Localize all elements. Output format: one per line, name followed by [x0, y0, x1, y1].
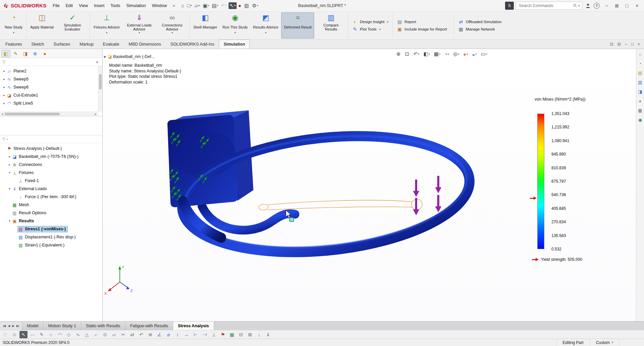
vertical-scrollbar[interactable]	[98, 66, 102, 112]
home-icon[interactable]: ⌂	[639, 52, 642, 57]
toolbar-icon[interactable]: ✎	[38, 331, 46, 338]
ribbon-small-button[interactable]: ▦ Manage Network	[458, 26, 504, 32]
ribbon-small-button[interactable]: ▣ Include Image for Report	[397, 26, 450, 32]
toolbar-icon[interactable]: ↶	[137, 331, 145, 338]
expand-arrow-icon[interactable]: ▸	[2, 102, 6, 105]
menu-item[interactable]: Simulation	[123, 0, 149, 11]
toolbar-icon[interactable]: ⊥	[210, 331, 218, 338]
select-cursor-icon[interactable]: ↖▾	[229, 2, 237, 9]
scrollbar-thumb[interactable]	[99, 74, 102, 90]
commandmanager-tab[interactable]: Evaluate	[98, 40, 124, 49]
record-icon[interactable]: ●	[237, 2, 243, 9]
close-button[interactable]: ×	[632, 1, 642, 10]
toolbar-icon[interactable]: ▦	[228, 331, 236, 338]
solidworks-resources-icon[interactable]: ◔	[639, 61, 642, 66]
search-dropdown-icon[interactable]: ▾	[578, 4, 580, 7]
document-window-control[interactable]: □	[631, 42, 634, 47]
toolbar-icon[interactable]: ⇓	[264, 331, 272, 338]
tree-item[interactable]: ▸ ◪Basketball_rim (-7075-T6 (SN)-)	[0, 153, 102, 161]
commandmanager-tab[interactable]: MBD Dimensions	[124, 40, 166, 49]
toolbar-icon[interactable]: △	[83, 331, 91, 338]
study-tab[interactable]: Motion Study 1	[43, 322, 81, 330]
sheet-icon[interactable]: ▥	[243, 2, 250, 9]
tree-item[interactable]: ▸ ◪Cut-Extrude1	[0, 91, 102, 99]
save-icon[interactable]: ▣▾	[202, 2, 210, 9]
toolbar-icon[interactable]: ⌀	[164, 331, 172, 338]
zoom-area-icon[interactable]: ⊡	[404, 51, 410, 57]
scroll-right-icon[interactable]: ▸	[93, 112, 98, 116]
tree-item[interactable]: ▾ ⊥Fixtures	[0, 169, 102, 177]
options-gear-icon[interactable]: ⚙▾	[251, 2, 259, 9]
toolbar-icon[interactable]: ↕	[174, 331, 182, 338]
dimxpertmanager-tab[interactable]: ⊕	[31, 50, 40, 57]
account-icon[interactable]	[584, 2, 592, 9]
display-style-icon[interactable]: ◔▾	[444, 51, 450, 57]
ribbon-small-button[interactable]: ⇄ Offloaded Simulation	[458, 19, 504, 24]
ribbon-button[interactable]: ◔ New Study ▾	[2, 12, 27, 39]
commandmanager-tab[interactable]: Markup	[75, 40, 98, 49]
tree-item[interactable]: ▸ ∿Sweep5	[0, 75, 102, 83]
new-document-icon[interactable]: □▾	[186, 2, 193, 9]
toolbar-icon[interactable]: ⊙	[101, 331, 109, 338]
menu-pin-icon[interactable]: »	[170, 3, 178, 8]
minimize-button[interactable]: −	[602, 1, 612, 10]
toolbar-icon[interactable]: ○	[47, 331, 55, 338]
open-icon[interactable]: ▱▾	[194, 2, 201, 9]
study-tab[interactable]: Model	[22, 322, 43, 330]
expand-arrow-icon[interactable]: ▸	[7, 163, 12, 166]
expand-arrow-icon[interactable]: ▾	[7, 219, 12, 223]
document-window-control[interactable]: ×	[638, 42, 640, 47]
propertymanager-tab[interactable]: ✎	[11, 50, 20, 57]
study-tab[interactable]: Stress Analysis	[173, 322, 214, 330]
commandmanager-tab[interactable]: Features	[1, 40, 27, 49]
unit-system-selector[interactable]: Custom▾	[590, 339, 619, 346]
search-box[interactable]: ▾	[516, 2, 582, 10]
menu-item[interactable]: View	[76, 0, 91, 11]
menu-item[interactable]: Tools	[107, 0, 123, 11]
toolbar-icon[interactable]: ⌐	[92, 331, 100, 338]
undo-icon[interactable]: ↶▾	[220, 2, 228, 9]
file-explorer-icon[interactable]: ▥	[638, 80, 642, 85]
expand-arrow-icon[interactable]: ▸	[7, 155, 12, 158]
toolbar-icon[interactable]: ⚑	[219, 331, 227, 338]
view-orientation-icon[interactable]: ▦▾	[433, 51, 441, 57]
horizontal-scrollbar[interactable]: ◂ ▸	[0, 112, 98, 116]
edit-appearance-icon[interactable]: ●▾	[462, 51, 468, 57]
tab-nav-button[interactable]: ▶	[11, 324, 15, 328]
zoom-fit-icon[interactable]: ⊕	[396, 51, 402, 57]
tree-item[interactable]: ▸ ⊗Connections	[0, 161, 102, 169]
ribbon-button[interactable]: ∞ Connections Advisor ▾	[156, 12, 190, 39]
featuremanager-tab[interactable]: ◧	[1, 50, 10, 57]
filter-icon[interactable]: ▽	[2, 137, 5, 141]
toolbar-icon[interactable]: ◠	[56, 331, 64, 338]
toolbar-icon[interactable]: ▱	[110, 331, 118, 338]
expand-arrow-icon[interactable]: ▾	[7, 171, 12, 174]
print-icon[interactable]: ▤▾	[211, 2, 219, 9]
tree-item[interactable]: ▸ ◠Split Line5	[0, 99, 102, 107]
tab-nav-button[interactable]: |◀	[2, 324, 6, 328]
ribbon-button[interactable]: ◫ Apply Material	[28, 12, 56, 39]
commandmanager-tab[interactable]: Simulation	[219, 40, 250, 49]
menu-item[interactable]: File	[50, 0, 62, 11]
ribbon-small-button[interactable]: ◐ Design Insight ▾	[352, 19, 388, 24]
menu-item[interactable]: Window	[149, 0, 170, 11]
toolbar-icon[interactable]: ⇄	[128, 331, 136, 338]
tree-item[interactable]: ⚑Stress Analysis (-Default-)	[0, 145, 102, 153]
toolbar-icon[interactable]: ⊟	[237, 331, 245, 338]
configurationmanager-tab[interactable]: ◨	[21, 50, 30, 57]
hide-show-items-icon[interactable]: ◎▾	[452, 51, 460, 57]
ribbon-button[interactable]: ◩ Results Advisor ▾	[250, 12, 281, 39]
chevron-down-icon[interactable]: ▾	[7, 138, 8, 141]
view-settings-icon[interactable]: ▭▾	[480, 51, 488, 57]
scroll-left-icon[interactable]: ◂	[0, 112, 5, 116]
tree-item[interactable]: ⊥Fixed-1	[0, 177, 102, 185]
study-tab[interactable]: Fatigue-with Results	[126, 322, 173, 330]
tab-nav-button[interactable]: ▶|	[16, 324, 19, 328]
apply-scene-icon[interactable]: ◒▾	[471, 51, 477, 57]
toolbar-icon[interactable]: ▽	[1, 331, 9, 338]
tree-item[interactable]: ▸ ▱Plane2	[0, 67, 102, 75]
scrollbar-thumb[interactable]	[5, 113, 60, 115]
view-palette-icon[interactable]: ◨	[638, 90, 642, 94]
ribbon-button[interactable]: ⇓ External Loads Advisor ▾	[122, 12, 156, 39]
search-scope-button[interactable]: S	[505, 2, 514, 10]
